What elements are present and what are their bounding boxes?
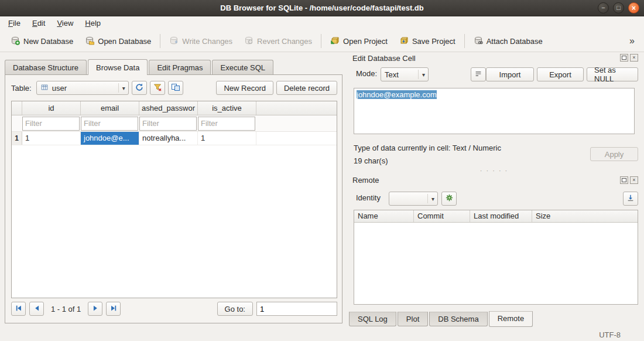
goto-input[interactable] (256, 302, 337, 316)
edit-cell-float-button[interactable] (620, 54, 628, 62)
statusbar: UTF-8 (0, 328, 644, 341)
toolbar-button-write-changes: Write Changes (163, 33, 238, 49)
word-wrap-icon (474, 70, 482, 80)
close-button[interactable]: × (628, 2, 639, 13)
freeze-columns-button[interactable] (168, 81, 183, 95)
remote-title: Remote (352, 176, 379, 185)
row-number[interactable]: 1 (12, 132, 22, 145)
table-select[interactable]: user ▾ (36, 81, 129, 95)
cell-is-active[interactable]: 1 (198, 132, 256, 145)
menu-edit[interactable]: Edit (26, 16, 51, 30)
tab-execute-sql[interactable]: Execute SQL (212, 60, 273, 74)
close-icon: × (632, 5, 636, 12)
grid-header-filler (256, 101, 337, 115)
record-pager: 1 - 1 of 1 Go to: (11, 301, 337, 316)
apply-button: Apply (590, 147, 638, 161)
remote-close-button[interactable]: × (630, 176, 638, 184)
export-button[interactable]: Export (537, 67, 584, 81)
goto-button[interactable]: Go to: (217, 302, 253, 316)
tab-plot[interactable]: Plot (398, 312, 428, 326)
previous-page-button[interactable] (29, 302, 44, 316)
table-row: 1 1 johndoe@e... notreallyha... 1 (12, 132, 337, 145)
remote-fetch-button[interactable] (623, 192, 638, 206)
menu-view[interactable]: View (51, 16, 79, 30)
chevron-down-icon: ▾ (427, 194, 434, 203)
remote-float-button[interactable] (620, 176, 628, 184)
filter-input-email[interactable] (81, 117, 138, 131)
maximize-button[interactable]: □ (613, 2, 624, 13)
toolbar-separator (321, 34, 321, 48)
tab-browse-data[interactable]: Browse Data (88, 59, 148, 75)
column-header-is-active[interactable]: is_active (198, 101, 256, 115)
minimize-button[interactable]: − (598, 2, 609, 13)
toolbar-button-open-project[interactable]: Open Project (324, 33, 393, 49)
write-changes-icon (169, 36, 179, 47)
remote-column-commit[interactable]: Commit (414, 210, 470, 222)
toolbar-label: Save Project (412, 37, 455, 46)
cell-editor-selected-text: johndoe@example.com (357, 90, 437, 99)
import-button[interactable]: Import (486, 67, 534, 81)
close-icon: × (632, 55, 635, 60)
column-header-email[interactable]: email (81, 101, 139, 115)
toolbar-button-attach-database[interactable]: Attach Database (468, 33, 549, 49)
toolbar-button-new-database[interactable]: New Database (5, 33, 79, 49)
last-page-button[interactable] (106, 302, 121, 316)
tab-edit-pragmas[interactable]: Edit Pragmas (149, 60, 211, 74)
cell-email[interactable]: johndoe@e... (81, 132, 139, 145)
attach-database-icon (474, 36, 483, 47)
identity-select[interactable]: ▾ (389, 192, 438, 206)
open-project-icon (330, 36, 340, 47)
menu-help[interactable]: Help (79, 16, 107, 30)
toolbar-label: Open Database (98, 37, 151, 46)
new-record-button[interactable]: New Record (216, 81, 273, 95)
cell-hashed-password[interactable]: notreallyha... (139, 132, 198, 145)
tab-database-structure[interactable]: Database Structure (5, 60, 87, 74)
remote-column-last-modified[interactable]: Last modified (470, 210, 532, 222)
first-page-icon (15, 304, 23, 314)
bottom-tabbar: SQL Log Plot DB Schema Remote (349, 312, 534, 327)
edit-cell-close-button[interactable]: × (630, 54, 638, 62)
next-page-button[interactable] (88, 302, 102, 316)
tab-sql-log[interactable]: SQL Log (349, 312, 396, 326)
filter-input-is-active[interactable] (198, 117, 255, 131)
refresh-button[interactable] (132, 81, 147, 95)
dock-splitter[interactable]: · · · · · (348, 168, 640, 173)
toolbar-separator (464, 34, 465, 48)
toolbar-overflow-button[interactable]: » (625, 36, 639, 46)
remote-column-size[interactable]: Size (532, 210, 638, 222)
column-header-id[interactable]: id (22, 101, 81, 115)
column-header-hashed-password[interactable]: ashed_passwor (139, 101, 198, 115)
tab-db-schema[interactable]: DB Schema (429, 312, 487, 326)
right-panel: Edit Database Cell × Mode: Text ▾ Import… (348, 52, 640, 328)
toolbar-button-open-database[interactable]: Open Database (79, 33, 157, 49)
filter-funnel-icon (153, 83, 162, 94)
toolbar-button-revert-changes: Revert Changes (238, 33, 318, 49)
mode-label: Mode: (356, 69, 377, 78)
identity-label: Identity (356, 193, 381, 202)
encoding-label: UTF-8 (599, 330, 621, 339)
grid-corner-cell (12, 101, 22, 115)
table-label: Table: (11, 84, 32, 93)
tab-remote[interactable]: Remote (489, 311, 533, 327)
cell-id[interactable]: 1 (22, 132, 81, 145)
menu-file-mnemonic: F (8, 19, 13, 28)
filter-input-hashed-password[interactable] (139, 117, 197, 131)
filter-input-id[interactable] (22, 117, 80, 131)
word-wrap-button[interactable] (471, 67, 486, 81)
remote-column-name[interactable]: Name (354, 210, 414, 222)
edit-cell-toolbar: Mode: Text ▾ Import Export Set as NULL (348, 67, 640, 82)
record-range-label: 1 - 1 of 1 (47, 305, 84, 313)
edit-cell-title: Edit Database Cell (352, 54, 416, 63)
cell-editor[interactable]: johndoe@example.com (354, 88, 635, 134)
menu-file[interactable]: File (2, 16, 26, 30)
toolbar-button-save-project[interactable]: Save Project (393, 33, 461, 49)
delete-record-button[interactable]: Delete record (276, 81, 337, 95)
clear-filters-button[interactable] (150, 81, 165, 95)
first-page-button[interactable] (11, 302, 26, 316)
filter-row (12, 115, 337, 132)
download-icon (626, 194, 635, 204)
remote-table-body (354, 223, 638, 304)
set-null-button[interactable]: Set as NULL (587, 67, 638, 81)
identity-settings-button[interactable] (441, 192, 457, 206)
mode-select[interactable]: Text ▾ (381, 67, 429, 81)
